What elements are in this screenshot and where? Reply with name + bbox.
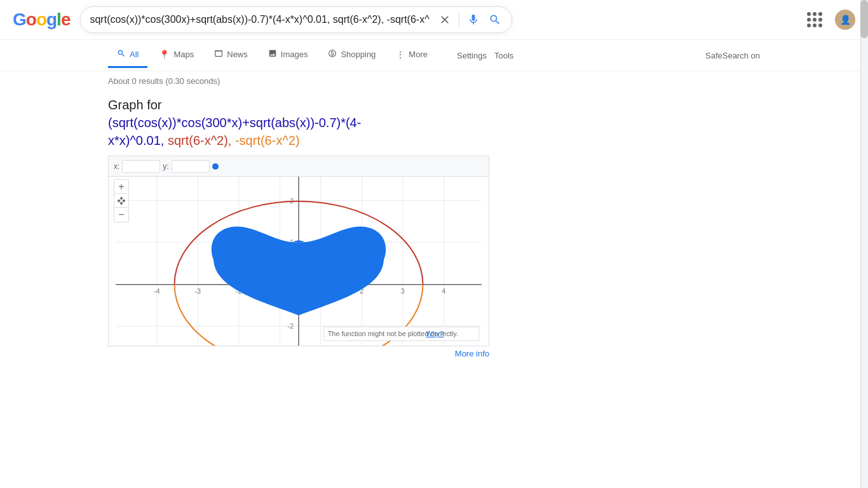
move-icon: [117, 196, 126, 205]
microphone-icon: [467, 13, 480, 26]
xy-inputs: x: y:: [114, 160, 219, 173]
tab-images[interactable]: Images: [259, 43, 317, 68]
tab-maps[interactable]: 📍 Maps: [150, 43, 203, 68]
search-icons: [437, 12, 503, 27]
tab-news[interactable]: News: [205, 43, 257, 68]
tab-all-label: All: [130, 50, 139, 59]
google-logo: Google: [13, 10, 70, 30]
svg-text:3: 3: [401, 287, 405, 295]
zoom-move-button[interactable]: [114, 194, 128, 208]
x-input[interactable]: [122, 160, 160, 173]
graph-zoom-buttons: + −: [114, 179, 129, 222]
divider: [459, 12, 459, 27]
svg-text:-2: -2: [287, 322, 294, 330]
search-tab-icon: [117, 49, 126, 60]
header-right: 👤: [802, 7, 855, 32]
clear-icon: [438, 13, 451, 26]
svg-text:2: 2: [290, 197, 294, 205]
y-label: y:: [163, 162, 168, 171]
tab-maps-label: Maps: [173, 50, 194, 59]
svg-text:Why?: Why?: [426, 330, 444, 337]
graph-container: x: y: + −: [108, 156, 489, 346]
result-count: About 0 results (0.30 seconds): [0, 71, 868, 91]
clear-button[interactable]: [437, 12, 452, 27]
tab-news-label: News: [227, 50, 248, 59]
search-input[interactable]: [90, 14, 432, 25]
settings-link[interactable]: Settings: [454, 44, 489, 67]
search-bar: [80, 6, 512, 33]
scrollbar-thumb[interactable]: [860, 0, 868, 38]
more-info-link[interactable]: More info: [108, 346, 489, 358]
zoom-out-button[interactable]: −: [114, 208, 128, 222]
xy-dot-indicator: [212, 163, 219, 170]
tab-more[interactable]: ⋮ More: [387, 43, 437, 68]
tools-link[interactable]: Tools: [492, 44, 516, 67]
search-button[interactable]: [487, 12, 503, 27]
avatar[interactable]: 👤: [835, 10, 855, 30]
y-input[interactable]: [172, 160, 210, 173]
zoom-in-button[interactable]: +: [114, 180, 128, 194]
voice-search-button[interactable]: [466, 12, 481, 27]
graph-section: Graph for (sqrt(cos(x))*cos(300*x)+sqrt(…: [0, 91, 508, 363]
svg-text:-3: -3: [194, 287, 201, 295]
graph-svg: -4 -3 -2 -1 1 2 3 4 2 1 0 -2: [109, 177, 489, 346]
more-tab-icon: ⋮: [396, 50, 405, 60]
header: Google: [0, 0, 868, 40]
search-bar-wrapper: [80, 6, 512, 33]
grid-dots-icon: [803, 8, 826, 31]
safe-search-indicator: SafeSearch on: [705, 44, 760, 67]
news-tab-icon: [214, 49, 223, 60]
graph-toolbar: x: y:: [109, 156, 489, 177]
tab-more-label: More: [409, 50, 428, 59]
apps-button[interactable]: [802, 7, 827, 32]
maps-tab-icon: 📍: [159, 50, 170, 60]
images-tab-icon: [268, 49, 277, 60]
svg-text:4: 4: [442, 287, 445, 295]
tab-all[interactable]: All: [108, 43, 147, 68]
nav-tabs: All 📍 Maps News Images Shopping ⋮ More S…: [0, 40, 868, 71]
x-label: x:: [114, 162, 119, 171]
scrollbar[interactable]: [860, 0, 868, 363]
graph-title: Graph for (sqrt(cos(x))*cos(300*x)+sqrt(…: [108, 96, 400, 149]
search-icon: [489, 13, 501, 26]
graph-canvas-area[interactable]: -4 -3 -2 -1 1 2 3 4 2 1 0 -2: [109, 177, 489, 346]
tab-images-label: Images: [281, 50, 308, 59]
svg-text:-4: -4: [154, 287, 160, 295]
tab-shopping-label: Shopping: [341, 50, 376, 59]
shopping-tab-icon: [328, 49, 337, 60]
tab-shopping[interactable]: Shopping: [319, 43, 384, 68]
